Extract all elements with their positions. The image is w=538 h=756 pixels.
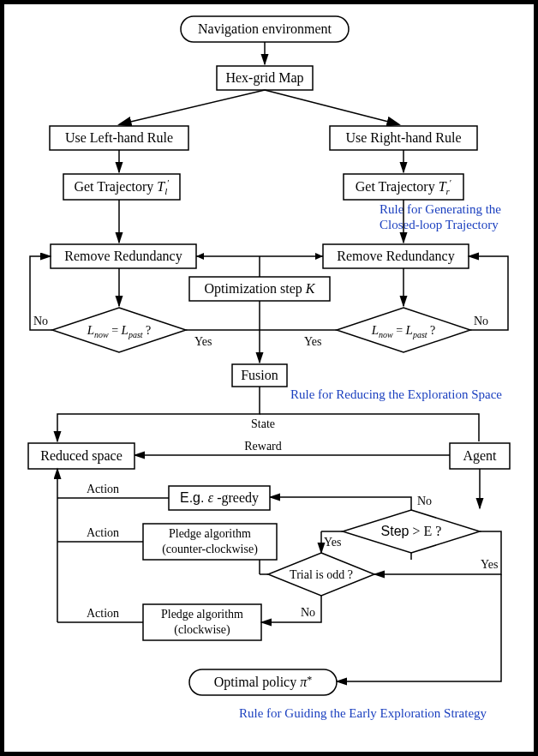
rule1-line2: Closed-loop Trajectory bbox=[380, 218, 499, 231]
yes1-label: Yes bbox=[194, 335, 212, 348]
fusion-label: Fusion bbox=[241, 368, 278, 382]
action3-label: Action bbox=[87, 607, 119, 620]
traj-r-label: Get Trajectory Tr′ bbox=[356, 177, 451, 196]
arrow bbox=[120, 90, 265, 124]
reduced-label: Reduced space bbox=[40, 448, 123, 464]
flowchart-svg: Navigation environment Hex-grid Map Use … bbox=[4, 4, 534, 752]
trial-odd-label: Trial is odd ? bbox=[290, 568, 353, 581]
remove-l-label: Remove Redundancy bbox=[64, 249, 182, 264]
agent-label: Agent bbox=[463, 448, 497, 464]
action2-label: Action bbox=[87, 526, 119, 539]
opt-step-label: Optimization step K bbox=[205, 281, 316, 297]
optimal-label: Optimal policy π* bbox=[214, 674, 312, 690]
rule2-label: Rule for Reducing the Exploration Space bbox=[290, 387, 502, 401]
yes2-label: Yes bbox=[304, 335, 321, 348]
right-rule-label: Use Right-hand Rule bbox=[345, 130, 461, 146]
step-e-label: Step > E ? bbox=[381, 524, 442, 538]
left-rule-label: Use Left-hand Rule bbox=[65, 130, 173, 145]
no2-label: No bbox=[474, 315, 488, 327]
no3-label: No bbox=[417, 495, 432, 507]
nav-env-label: Navigation environment bbox=[198, 21, 332, 37]
arrow bbox=[57, 387, 260, 441]
line bbox=[260, 414, 479, 441]
action1-label: Action bbox=[87, 483, 119, 495]
no1-label: No bbox=[33, 315, 48, 327]
flowchart-frame: Navigation environment Hex-grid Map Use … bbox=[0, 0, 538, 756]
pledge-ccw-l1: Pledge algorithm bbox=[169, 527, 251, 540]
rule3-label: Rule for Guiding the Early Exploration S… bbox=[239, 706, 487, 720]
yes3-label: Yes bbox=[324, 536, 341, 549]
arrowhead bbox=[315, 253, 323, 260]
rule1-line1: Rule for Generating the bbox=[380, 202, 501, 216]
arrow bbox=[270, 497, 411, 510]
hex-grid-label: Hex-grid Map bbox=[225, 70, 303, 86]
state-label: State bbox=[251, 417, 275, 430]
remove-r-label: Remove Redundancy bbox=[337, 249, 454, 264]
arrow bbox=[337, 574, 501, 681]
no4-label: No bbox=[301, 606, 315, 619]
reward-label: Reward bbox=[244, 440, 282, 453]
arrow bbox=[265, 90, 398, 124]
pledge-cw-l1: Pledge algorithm bbox=[161, 608, 243, 621]
pledge-ccw-l2: (counter-clockwise) bbox=[162, 543, 258, 556]
arrowhead bbox=[196, 253, 204, 260]
yes4-label: Yes bbox=[481, 558, 498, 571]
greedy-label: E.g. ε -greedy bbox=[180, 490, 259, 506]
traj-l-label: Get Trajectory Tl′ bbox=[74, 177, 169, 196]
pledge-cw-l2: (clockwise) bbox=[174, 623, 230, 637]
